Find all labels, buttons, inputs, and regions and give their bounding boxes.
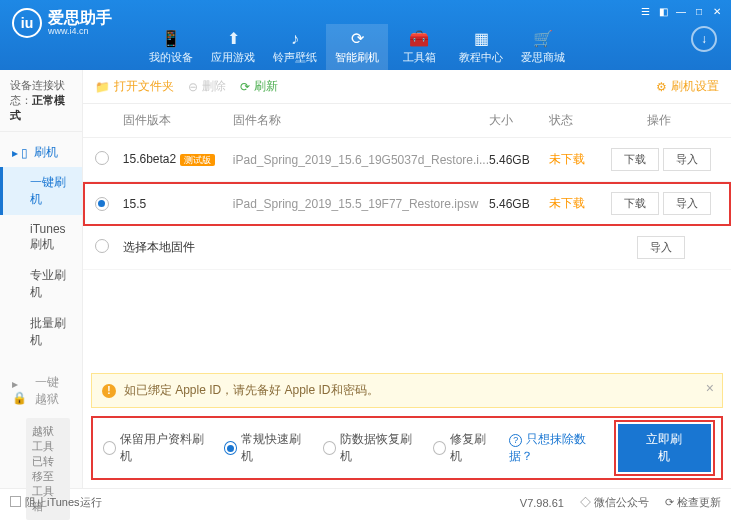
col-name: 固件名称 xyxy=(233,112,489,129)
mode-radio[interactable] xyxy=(103,441,116,455)
nav-item-2[interactable]: ♪铃声壁纸 xyxy=(264,24,326,70)
sidebar-item[interactable]: 专业刷机 xyxy=(0,260,82,308)
firmware-row[interactable]: 15.6beta2测试版iPad_Spring_2019_15.6_19G503… xyxy=(83,138,731,182)
row-radio[interactable] xyxy=(95,197,109,211)
block-itunes-checkbox[interactable]: 阻止iTunes运行 xyxy=(10,495,102,510)
app-header: iu 爱思助手 www.i4.cn ☰ ◧ — □ ✕ 📱我的设备⬆应用游戏♪铃… xyxy=(0,0,731,70)
gear-icon: ⚙ xyxy=(656,80,667,94)
nav-item-4[interactable]: 🧰工具箱 xyxy=(388,24,450,70)
row-status: 未下载 xyxy=(549,151,599,168)
lock-icon: ▸ 🔒 xyxy=(12,377,29,405)
sidebar: 设备连接状态：正常模式 ▸ ▯ 刷机 一键刷机iTunes刷机专业刷机批量刷机 … xyxy=(0,70,83,488)
minimize-icon[interactable]: — xyxy=(673,4,689,18)
sidebar-item[interactable]: 一键刷机 xyxy=(0,167,82,215)
check-update-link[interactable]: ⟳ 检查更新 xyxy=(665,495,721,510)
sidebar-item[interactable]: iTunes刷机 xyxy=(0,215,82,260)
flash-mode-option[interactable]: 修复刷机 xyxy=(433,431,495,465)
import-button[interactable]: 导入 xyxy=(663,192,711,215)
maximize-icon[interactable]: □ xyxy=(691,4,707,18)
sidebar-section-flash[interactable]: ▸ ▯ 刷机 xyxy=(0,138,82,167)
app-title: 爱思助手 xyxy=(48,10,112,26)
import-button[interactable]: 导入 xyxy=(637,236,685,259)
wechat-icon: ◇ xyxy=(580,496,591,508)
nav-item-0[interactable]: 📱我的设备 xyxy=(140,24,202,70)
row-filename: iPad_Spring_2019_15.6_19G5037d_Restore.i… xyxy=(233,153,489,167)
mode-radio[interactable] xyxy=(323,441,336,455)
row-version: 15.6beta2测试版 xyxy=(123,152,233,167)
mode-radio[interactable] xyxy=(433,441,446,455)
folder-icon: 📁 xyxy=(95,80,110,94)
col-size: 大小 xyxy=(489,112,549,129)
nav-icon: 🛒 xyxy=(534,30,552,48)
main-nav: 📱我的设备⬆应用游戏♪铃声壁纸⟳智能刷机🧰工具箱▦教程中心🛒爱思商城 xyxy=(140,24,691,70)
import-button[interactable]: 导入 xyxy=(663,148,711,171)
download-button[interactable]: 下载 xyxy=(611,192,659,215)
logo: iu 爱思助手 www.i4.cn xyxy=(0,0,124,46)
warning-text: 如已绑定 Apple ID，请先备好 Apple ID和密码。 xyxy=(124,382,379,399)
refresh-icon: ⟳ xyxy=(240,80,250,94)
app-subtitle: www.i4.cn xyxy=(48,26,112,36)
logo-icon: iu xyxy=(12,8,42,38)
firmware-row[interactable]: 15.5iPad_Spring_2019_15.5_19F77_Restore.… xyxy=(83,182,731,226)
close-icon[interactable]: ✕ xyxy=(709,4,725,18)
flash-mode-option[interactable]: 常规快速刷机 xyxy=(224,431,309,465)
nav-icon: 🧰 xyxy=(410,30,428,48)
delete-button[interactable]: ⊖删除 xyxy=(188,78,226,95)
update-icon: ⟳ xyxy=(665,496,674,508)
mode-radio[interactable] xyxy=(224,441,237,455)
col-ops: 操作 xyxy=(599,112,719,129)
main-panel: 📁打开文件夹 ⊖删除 ⟳刷新 ⚙刷机设置 固件版本 固件名称 大小 状态 操作 … xyxy=(83,70,731,488)
apple-id-warning: ! 如已绑定 Apple ID，请先备好 Apple ID和密码。 × xyxy=(91,373,723,408)
menu-icon[interactable]: ☰ xyxy=(637,4,653,18)
col-version: 固件版本 xyxy=(123,112,233,129)
sidebar-item[interactable]: 批量刷机 xyxy=(0,308,82,356)
start-flash-button[interactable]: 立即刷机 xyxy=(618,424,711,472)
window-controls: ☰ ◧ — □ ✕ xyxy=(637,4,725,18)
row-radio[interactable] xyxy=(95,239,109,253)
flash-mode-bar: 保留用户资料刷机常规快速刷机防数据恢复刷机修复刷机? 只想抹除数据？立即刷机 xyxy=(91,416,723,480)
row-radio[interactable] xyxy=(95,151,109,165)
wechat-link[interactable]: ◇ 微信公众号 xyxy=(580,495,649,510)
nav-item-1[interactable]: ⬆应用游戏 xyxy=(202,24,264,70)
delete-icon: ⊖ xyxy=(188,80,198,94)
nav-icon: ▦ xyxy=(472,30,490,48)
nav-item-5[interactable]: ▦教程中心 xyxy=(450,24,512,70)
col-status: 状态 xyxy=(549,112,599,129)
row-status: 未下载 xyxy=(549,195,599,212)
table-header: 固件版本 固件名称 大小 状态 操作 xyxy=(83,104,731,138)
row-filename: iPad_Spring_2019_15.5_19F77_Restore.ipsw xyxy=(233,197,489,211)
nav-icon: ♪ xyxy=(286,30,304,48)
phone-icon: ▸ ▯ xyxy=(12,146,28,160)
info-icon[interactable]: ? xyxy=(509,434,522,447)
sidebar-section-jailbreak[interactable]: ▸ 🔒 一键越狱 xyxy=(0,368,82,414)
local-firmware-label: 选择本地固件 xyxy=(123,239,233,256)
flash-mode-option[interactable]: 保留用户资料刷机 xyxy=(103,431,210,465)
nav-icon: ⟳ xyxy=(348,30,366,48)
row-version: 15.5 xyxy=(123,197,233,211)
nav-item-3[interactable]: ⟳智能刷机 xyxy=(326,24,388,70)
connection-status: 设备连接状态：正常模式 xyxy=(0,70,82,132)
open-folder-button[interactable]: 📁打开文件夹 xyxy=(95,78,174,95)
local-firmware-row[interactable]: 选择本地固件导入 xyxy=(83,226,731,270)
version-label: V7.98.61 xyxy=(520,497,564,509)
nav-icon: ⬆ xyxy=(224,30,242,48)
warning-close-icon[interactable]: × xyxy=(706,380,714,396)
nav-icon: 📱 xyxy=(162,30,180,48)
refresh-button[interactable]: ⟳刷新 xyxy=(240,78,278,95)
warning-icon: ! xyxy=(102,384,116,398)
download-button[interactable]: 下载 xyxy=(611,148,659,171)
toolbar: 📁打开文件夹 ⊖删除 ⟳刷新 ⚙刷机设置 xyxy=(83,70,731,104)
flash-mode-option[interactable]: 防数据恢复刷机 xyxy=(323,431,419,465)
nav-item-6[interactable]: 🛒爱思商城 xyxy=(512,24,574,70)
skin-icon[interactable]: ◧ xyxy=(655,4,671,18)
status-bar: 阻止iTunes运行 V7.98.61 ◇ 微信公众号 ⟳ 检查更新 xyxy=(0,488,731,516)
download-indicator-icon[interactable]: ↓ xyxy=(691,26,717,52)
row-size: 5.46GB xyxy=(489,197,549,211)
flash-settings-button[interactable]: ⚙刷机设置 xyxy=(656,78,719,95)
row-size: 5.46GB xyxy=(489,153,549,167)
